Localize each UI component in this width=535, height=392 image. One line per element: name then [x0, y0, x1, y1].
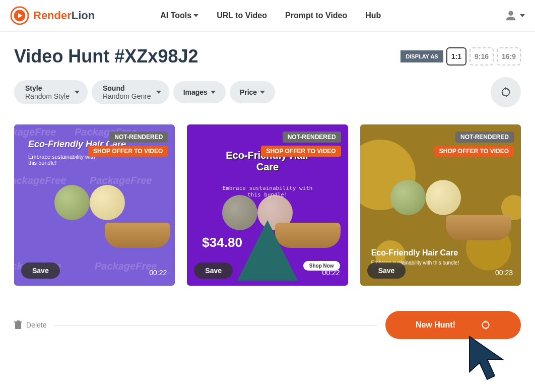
filter-value: Random Style [25, 92, 70, 100]
product-image [426, 180, 461, 215]
refresh-icon [500, 87, 511, 98]
nav-label: Prompt to Video [285, 11, 347, 20]
chevron-down-icon [520, 14, 525, 17]
duration-label: 00:22 [322, 269, 340, 277]
aspect-16-9[interactable]: 16:9 [497, 47, 521, 66]
filter-value: Random Genre [103, 92, 151, 100]
badge-stack: NOT-RENDERED SHOP OFFER TO VIDEO [88, 132, 168, 157]
nav-hub[interactable]: Hub [365, 11, 381, 20]
filter-images[interactable]: Images [173, 81, 226, 103]
new-hunt-label: New Hunt! [416, 320, 455, 330]
delete-label: Delete [26, 321, 46, 329]
logo-text: RenderLion [33, 9, 95, 22]
nav-ai-tools[interactable]: AI Tools [160, 11, 198, 20]
svg-point-3 [508, 11, 513, 16]
refresh-button[interactable] [491, 77, 521, 107]
product-image [54, 185, 90, 220]
type-badge: SHOP OFFER TO VIDEO [434, 146, 514, 157]
divider [54, 325, 377, 325]
user-menu[interactable] [504, 9, 525, 23]
display-controls: DISPLAY AS 1:1 9:16 16:9 [400, 47, 521, 66]
page-title: Video Hunt #XZx98J2 [14, 46, 198, 67]
type-badge: SHOP OFFER TO VIDEO [261, 146, 341, 157]
filter-label: Sound [103, 84, 151, 92]
nav-label: URL to Video [217, 11, 267, 20]
product-image [105, 223, 170, 248]
product-image [446, 215, 511, 240]
svg-rect-7 [14, 321, 22, 322]
filters: Style Random Style Sound Random Genre Im… [0, 67, 535, 117]
decorative-triangle [237, 220, 298, 281]
aspect-1-1[interactable]: 1:1 [446, 47, 466, 66]
logo-icon [10, 6, 29, 25]
filter-label: Style [25, 84, 70, 92]
nav-label: AI Tools [160, 11, 191, 20]
user-icon [504, 9, 518, 23]
save-button[interactable]: Save [21, 263, 60, 279]
svg-rect-6 [15, 322, 21, 329]
svg-marker-5 [506, 95, 508, 98]
duration-label: 00:22 [149, 269, 167, 277]
nav-url-to-video[interactable]: URL to Video [217, 11, 267, 20]
card-title: Eco-Friendly Hair Care [371, 248, 458, 257]
title-row: Video Hunt #XZx98J2 DISPLAY AS 1:1 9:16 … [0, 32, 535, 67]
duration-label: 00:23 [495, 269, 513, 277]
header: RenderLion AI Tools URL to Video Prompt … [0, 0, 535, 32]
trash-icon [14, 320, 22, 330]
svg-rect-8 [17, 320, 20, 321]
chevron-down-icon [156, 91, 161, 94]
filter-label: Price [240, 88, 257, 96]
new-hunt-button[interactable]: New Hunt! [385, 311, 521, 339]
filter-price[interactable]: Price [230, 81, 275, 103]
nav-label: Hub [365, 11, 381, 20]
nav: AI Tools URL to Video Prompt to Video Hu… [160, 11, 381, 20]
svg-marker-10 [486, 327, 487, 330]
save-button[interactable]: Save [194, 263, 233, 279]
nav-prompt-to-video[interactable]: Prompt to Video [285, 11, 347, 20]
logo[interactable]: RenderLion [10, 6, 95, 25]
badge-stack: NOT-RENDERED SHOP OFFER TO VIDEO [261, 132, 341, 157]
chevron-down-icon [193, 14, 198, 17]
save-button[interactable]: Save [367, 263, 406, 279]
type-badge: SHOP OFFER TO VIDEO [88, 146, 168, 157]
delete-button[interactable]: Delete [14, 320, 46, 330]
video-card[interactable]: Eco‑Friendly Hair Care Embrace sustainab… [187, 124, 348, 286]
refresh-icon [481, 320, 491, 330]
filter-sound[interactable]: Sound Random Genre [92, 80, 169, 104]
cards-grid: PackageFree PackageFree PackageFree Pack… [0, 117, 535, 293]
product-image [90, 185, 125, 220]
video-card[interactable]: PackageFree PackageFree PackageFree Pack… [14, 124, 175, 286]
status-badge: NOT-RENDERED [455, 132, 514, 143]
filter-style[interactable]: Style Random Style [14, 80, 88, 104]
price-label: $34.80 [202, 235, 242, 250]
product-image [390, 180, 426, 215]
status-badge: NOT-RENDERED [109, 132, 168, 143]
status-badge: NOT-RENDERED [283, 132, 341, 143]
filter-label: Images [183, 88, 208, 96]
chevron-down-icon [75, 91, 80, 94]
chevron-down-icon [211, 91, 216, 94]
aspect-9-16[interactable]: 9:16 [470, 47, 494, 66]
display-as-label: DISPLAY AS [400, 50, 443, 62]
video-card[interactable]: Eco-Friendly Hair Care Embrace sustainab… [360, 124, 521, 286]
badge-stack: NOT-RENDERED SHOP OFFER TO VIDEO [434, 132, 514, 157]
chevron-down-icon [260, 91, 265, 94]
bottom-bar: Delete New Hunt! [0, 293, 535, 357]
